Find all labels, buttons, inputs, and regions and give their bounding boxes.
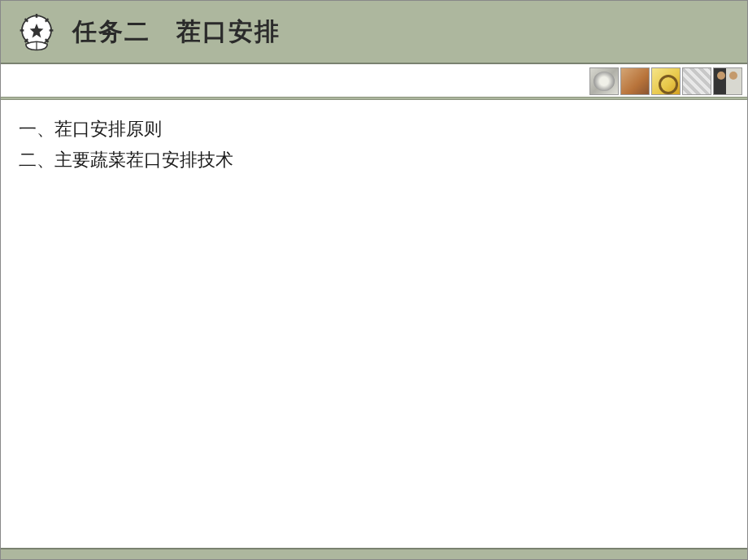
thumb-people-icon	[713, 67, 742, 95]
body-content: 一、茬口安排原则 二、主要蔬菜茬口安排技术	[19, 115, 233, 177]
thumb-compass-icon	[589, 67, 619, 95]
slide-container: 任务二 茬口安排 一、茬口安排原则 二、主要蔬菜茬口安排技术	[0, 0, 748, 560]
body-line-2: 二、主要蔬菜茬口安排技术	[19, 145, 233, 175]
divider-line	[1, 97, 747, 100]
thumbnail-strip	[589, 67, 742, 95]
star-badge-icon	[12, 9, 61, 58]
thumb-abstract-icon	[620, 67, 650, 95]
header-band: 任务二 茬口安排	[1, 1, 747, 64]
footer-band	[1, 548, 747, 559]
thumb-magnifier-icon	[651, 67, 681, 95]
thumb-pattern-icon	[682, 67, 711, 95]
slide-title: 任务二 茬口安排	[72, 15, 280, 49]
body-line-1: 一、茬口安排原则	[19, 115, 233, 144]
